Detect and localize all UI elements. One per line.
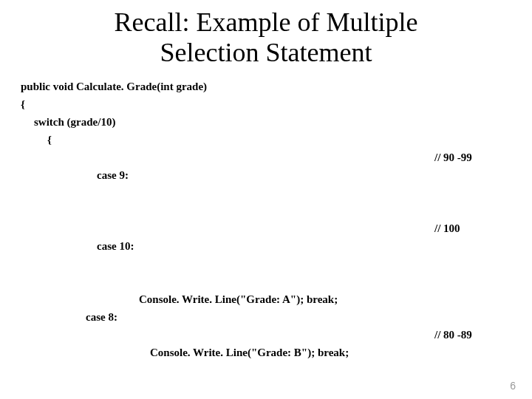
- slide-title: Recall: Example of Multiple Selection St…: [0, 7, 532, 69]
- title-line-2: Selection Statement: [160, 38, 372, 67]
- code-comment: // 80 -89: [434, 326, 472, 344]
- code-line: case 9: // 90 -99: [21, 149, 511, 219]
- code-comment: // 90 -99: [434, 149, 472, 166]
- code-statement: Console. Write. Line("Grade: B"); break;: [150, 347, 349, 358]
- code-line: case 10: // 100: [21, 219, 511, 290]
- code-line: Console. Write. Line("Grade: B"); break;…: [21, 326, 511, 397]
- code-line: Console. Write. Line("Grade: A"); break;: [21, 290, 511, 308]
- code-line: switch (grade/10): [21, 113, 511, 131]
- page-number: 6: [510, 380, 516, 392]
- case-label: case 9:: [97, 169, 129, 181]
- code-line: {: [21, 131, 511, 149]
- code-comment: // 100: [434, 219, 460, 237]
- code-line: public void Calculate. Grade(int grade): [21, 78, 511, 95]
- code-line: {: [21, 95, 511, 113]
- code-line: case 8:: [21, 308, 511, 326]
- title-line-1: Recall: Example of Multiple: [115, 7, 418, 37]
- case-label: case 10:: [97, 240, 134, 252]
- code-block: public void Calculate. Grade(int grade) …: [21, 78, 511, 399]
